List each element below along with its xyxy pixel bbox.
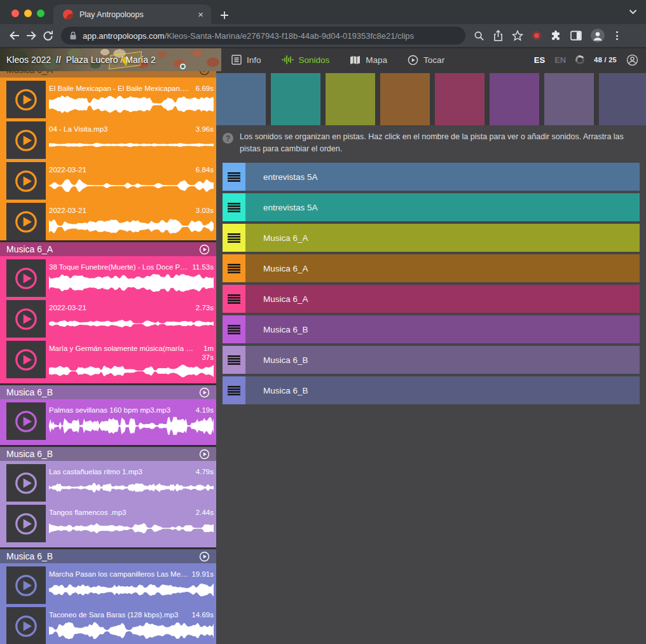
clip-play-button[interactable] [6,402,46,440]
recording-indicator-icon[interactable] [532,31,541,40]
track-drag-handle[interactable] [223,346,245,374]
track-drag-handle[interactable] [223,285,245,313]
tracks-list-panel: ? Los sonidos se organizan en pistas. Ha… [216,125,646,644]
section-play-icon[interactable] [199,449,210,460]
section-play-icon[interactable] [199,71,210,76]
track-drag-handle[interactable] [223,254,245,282]
language-es[interactable]: ES [534,55,545,65]
section-play-icon[interactable] [199,387,210,398]
lock-icon[interactable] [69,31,77,40]
section-header[interactable]: Musica 6_B [0,549,216,563]
clip-row: Marcha Pasan los campanilleros Las Mejor… [0,566,216,604]
section-header[interactable]: Musica 6_A [0,71,216,78]
page-title: Plaza Lucero / María 2 [66,55,156,65]
clip-play-button[interactable] [6,162,46,200]
track-drag-handle[interactable] [223,163,245,191]
track-panel-swatch[interactable] [435,73,484,125]
track-drag-handle[interactable] [223,224,245,252]
track-drag-handle[interactable] [223,193,245,221]
section-title: Musica 6_B [6,387,53,397]
track-panel-swatch[interactable] [271,73,320,125]
track-row[interactable]: entrevistas 5A [223,193,640,221]
nav-sonidos[interactable]: Sonidos [282,55,330,65]
language-en[interactable]: EN [554,55,566,65]
track-panel-swatch[interactable] [544,73,594,125]
section-title: Musica 6_A [6,71,53,75]
clip-waveform [49,580,214,599]
track-panel-swatch[interactable] [599,73,646,125]
track-row[interactable]: Musica 6_B [223,376,640,404]
section-header[interactable]: Musica 6_B [0,447,216,461]
profile-avatar[interactable] [591,29,605,43]
track-row[interactable]: Musica 6_A [223,285,640,313]
tab-close-icon[interactable]: × [196,10,205,19]
browser-menu-icon[interactable] [614,31,621,40]
track-drag-handle[interactable] [223,376,245,404]
track-row[interactable]: entrevistas 5A [223,163,640,191]
nav-mapa[interactable]: Mapa [350,55,387,65]
track-bar[interactable]: entrevistas 5A [245,193,640,221]
new-tab-button[interactable] [220,11,229,20]
clip-play-button[interactable] [6,203,46,240]
track-bar[interactable]: entrevistas 5A [245,163,640,191]
track-bar[interactable]: Musica 6_A [245,254,640,282]
window-close-button[interactable] [11,10,19,17]
clip-play-button[interactable] [6,121,46,159]
track-row[interactable]: Musica 6_A [223,224,640,252]
browser-tab[interactable]: Play Antropoloops × [53,4,211,24]
clip-play-button[interactable] [6,81,46,118]
account-icon[interactable] [626,54,638,66]
clip-play-button[interactable] [6,607,46,644]
clip-duration: 3.96s [196,125,214,134]
clip-play-button[interactable] [6,259,46,297]
zoom-icon[interactable] [474,31,484,41]
track-bar[interactable]: Musica 6_A [245,224,640,252]
track-bar[interactable]: Musica 6_B [245,315,640,343]
bookmark-star-icon[interactable] [512,30,523,41]
clip-play-button[interactable] [6,505,46,542]
clip-row: 2022-03-216.84s [0,162,216,200]
track-bar[interactable]: Musica 6_B [245,346,640,374]
section-header[interactable]: Musica 6_A [0,242,216,256]
nav-info[interactable]: Info [231,55,261,65]
back-button[interactable] [6,27,23,44]
share-icon[interactable] [493,30,503,41]
address-bar[interactable]: app.antropoloops.com/Kleos-Santa-Marina/… [61,27,465,45]
clip-play-button[interactable] [6,464,46,502]
track-panel-swatch[interactable] [490,73,539,125]
clip-play-button[interactable] [6,341,46,378]
window-zoom-button[interactable] [37,10,45,17]
map-header[interactable]: Kleos 2022 // Plaza Lucero / María 2 [0,48,221,71]
track-drag-handle[interactable] [223,315,245,343]
clip-duration: 6.84s [196,165,214,174]
loaded-counter: 48 / 25 [594,56,617,64]
map-marker-icon [180,64,186,69]
reload-button[interactable] [39,27,56,44]
track-panel-swatch[interactable] [326,73,375,125]
track-panel-swatch[interactable] [216,73,266,125]
clip-play-button[interactable] [6,300,46,338]
tab-search-chevron-icon[interactable] [629,9,637,15]
clip-row: 04 - La Visita.mp33.96s [0,121,216,159]
nav-tocar[interactable]: Tocar [408,55,444,65]
window-minimize-button[interactable] [24,10,32,17]
side-panel-icon[interactable] [570,31,582,41]
clip-play-button[interactable] [6,566,46,604]
section-header[interactable]: Musica 6_B [0,385,216,399]
clip-title: 2022-03-21 [49,165,193,174]
track-bar[interactable]: Musica 6_A [245,285,640,313]
clip-duration: 6.69s [196,84,214,93]
forward-button[interactable] [23,27,39,44]
section-play-icon[interactable] [199,551,210,562]
list-icon [231,55,242,65]
track-panel-swatch[interactable] [380,73,430,125]
track-row[interactable]: Musica 6_B [223,346,640,374]
section-title: Musica 6_B [6,551,53,561]
track-row[interactable]: Musica 6_B [223,315,640,343]
clip-waveform [49,519,214,538]
section-play-icon[interactable] [199,244,210,255]
track-row[interactable]: Musica 6_A [223,254,640,282]
track-bar[interactable]: Musica 6_B [245,376,640,404]
extensions-puzzle-icon[interactable] [550,30,561,41]
track-section: Musica 6_A38 Toque Funebre(Muerte) - Los… [0,242,216,383]
